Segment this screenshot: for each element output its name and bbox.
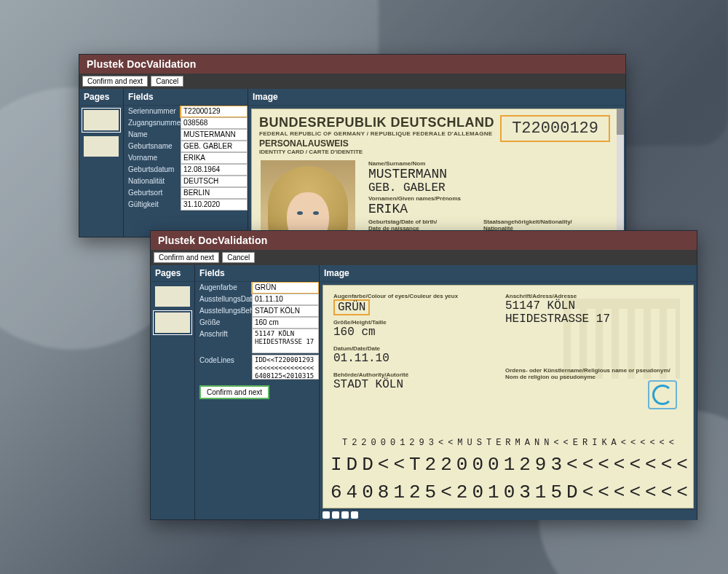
label-religion: Ordens- oder Künstlername/Religious name… [505,367,673,380]
field-input[interactable] [181,187,248,199]
field-input[interactable] [181,141,248,152]
field-label: Geburtsdatum [124,164,181,175]
field-label: AusstellungsBehoerde [195,305,252,316]
mrz-line-3: 6408125<2010315D<<<<<<<<<<<4 [331,481,686,503]
val-birthname: GEB. GABLER [368,181,447,194]
field-row: Seriennummer [124,106,248,117]
val-eyes: GRÜN [333,299,370,315]
pages-header: Pages [151,265,194,282]
status-btn[interactable] [341,511,349,519]
page-thumb-front[interactable] [154,285,191,308]
image-scrollbar[interactable] [617,109,624,235]
fields-header: Fields [124,89,248,106]
serial-number: T22000129 [500,115,610,142]
field-label: AusstellungsDatum [195,294,252,304]
cancel-button[interactable]: Cancel [222,252,255,263]
field-label: Anschrift [195,329,252,339]
toolbar: Confirm and next Cancel [79,74,625,89]
mrz-block: T220001293<<MUSTERMANN<<ERIKA<<<<<< IDD<… [331,438,686,503]
field-row: Nationalität [124,176,248,187]
field-row: Augenfarbe [195,282,319,294]
status-btn[interactable] [323,511,330,519]
field-label: Nationalität [124,176,181,186]
field-input[interactable] [252,329,319,353]
val-height: 160 cm [333,326,387,339]
confirm-and-next-button[interactable]: Confirm and next [154,252,219,263]
image-header: Image [320,265,697,282]
cancel-button[interactable]: Cancel [151,76,183,87]
val-surname: MUSTERMANN [368,167,447,181]
field-label: Geburtsname [124,141,181,152]
toolbar: Confirm and next Cancel [151,250,697,265]
page-thumb-front[interactable] [82,109,120,132]
field-input[interactable] [181,176,248,187]
field-label: Geburtsort [124,187,181,198]
status-btn[interactable] [332,511,339,519]
field-input[interactable] [181,106,248,117]
app-title: Plustek DocValidation [158,235,267,246]
image-header: Image [248,89,625,106]
field-input[interactable] [181,164,248,176]
label-surname: Name/Surname/Nom [368,160,447,167]
field-label: Vorname [124,152,181,163]
id-card-back: Augenfarbe/Colour of eyes/Couleur des ye… [323,285,694,508]
label-eyes: Augenfarbe/Colour of eyes/Couleur des ye… [333,293,458,299]
field-input[interactable] [252,305,319,317]
fields-header: Fields [195,265,319,282]
field-label: CodeLines [195,355,252,366]
mrz-line-2: IDD<<T220001293<<<<<<<<<<<<< [331,454,686,476]
doc-sub: IDENTITY CARD / CARTE D'IDENTITE [259,149,614,155]
label-address: Anschrift/Adress/Adresse [505,293,610,299]
field-input[interactable] [181,199,248,211]
field-row: Vorname [124,152,248,164]
label-height: Größe/Height/Taille [333,319,387,326]
field-input[interactable] [181,152,248,164]
portrait-photo [261,160,355,237]
label-authority: Behörde/Authority/Autorité [333,371,408,378]
field-row: Anschrift [195,329,319,355]
field-row: Geburtsname [124,141,248,152]
status-btn[interactable] [351,511,358,519]
field-input[interactable] [252,317,319,329]
mrz-line-1: T220001293<<MUSTERMANN<<ERIKA<<<<<< [331,438,686,448]
image-statusbar [320,509,697,520]
id-card-front: BUNDESREPUBLIK DEUTSCHLAND FEDERAL REPUB… [251,109,622,237]
val-authority: STADT KÖLN [333,378,408,391]
field-input[interactable] [181,117,248,129]
confirm-and-next-button[interactable]: Confirm and next [82,76,148,87]
field-input[interactable] [252,282,319,294]
field-row: Zugangsnummer [124,117,248,129]
field-row: Geburtsdatum [124,164,248,176]
field-row: AusstellungsBehoerde [195,305,319,317]
field-label: Name [124,129,181,140]
field-label: Größe [195,317,252,328]
field-label: Zugangsnummer [124,117,181,128]
confirm-and-next-inline-button[interactable]: Confirm and next [199,385,269,399]
field-input[interactable] [181,129,248,141]
field-input[interactable] [252,355,319,380]
label-date: Datum/Date/Date [333,345,389,352]
field-row: AusstellungsDatum [195,294,319,305]
val-address1: 51147 KÖLN [505,299,610,312]
page-thumb-back[interactable] [82,135,120,158]
title-bar[interactable]: Plustek DocValidation [79,55,625,74]
pages-header: Pages [79,89,123,106]
label-given: Vornamen/Given names/Prénoms [368,195,461,202]
field-row: Größe [195,317,319,329]
page-thumb-back[interactable] [154,311,191,334]
field-row: Geburtsort [124,187,248,199]
field-input[interactable] [252,294,319,305]
field-label: Gültigkeit [124,199,181,210]
field-row: CodeLines [195,355,319,381]
field-label: Seriennummer [124,106,181,117]
window-front: Plustek DocValidation Confirm and next C… [79,54,626,237]
val-date: 01.11.10 [333,352,389,365]
val-address2: HEIDESTRASSE 17 [505,312,610,326]
field-row: Gültigkeit [124,199,248,211]
hologram-icon [648,380,677,409]
title-bar[interactable]: Plustek DocValidation [151,231,697,250]
field-row: Name [124,129,248,141]
app-title: Plustek DocValidation [87,58,196,70]
window-back: Plustek DocValidation Confirm and next C… [150,230,697,520]
val-given: ERIKA [368,202,461,216]
